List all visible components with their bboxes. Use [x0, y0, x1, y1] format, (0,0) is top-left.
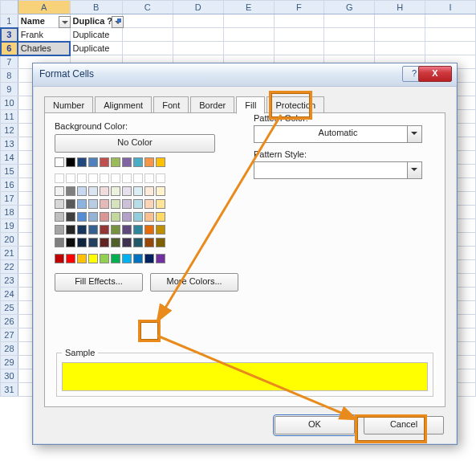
- no-color-button[interactable]: No Color: [55, 134, 215, 153]
- cell-a6-selected[interactable]: Charles: [18, 42, 70, 55]
- color-swatch[interactable]: [55, 157, 64, 167]
- color-swatch[interactable]: [100, 157, 109, 167]
- color-swatch[interactable]: [122, 199, 132, 209]
- cell-b6[interactable]: Duplicate: [70, 42, 122, 55]
- col-header-e[interactable]: E: [223, 1, 274, 14]
- row-header[interactable]: 21: [1, 247, 18, 260]
- color-swatch[interactable]: [122, 157, 132, 167]
- color-swatch[interactable]: [133, 238, 143, 247]
- color-swatch[interactable]: [88, 157, 98, 167]
- color-swatch[interactable]: [111, 157, 120, 167]
- color-swatch[interactable]: [55, 225, 64, 235]
- more-colors-button[interactable]: More Colors...: [150, 273, 238, 292]
- tab-protection[interactable]: Protection: [266, 96, 324, 113]
- row-header[interactable]: 25: [1, 301, 18, 315]
- color-swatch[interactable]: [55, 186, 64, 196]
- color-swatch[interactable]: [133, 199, 143, 209]
- color-swatch[interactable]: [88, 254, 98, 263]
- row-header[interactable]: 30: [1, 369, 18, 383]
- row-header[interactable]: 16: [1, 178, 18, 192]
- cancel-button[interactable]: Cancel: [364, 416, 444, 434]
- color-swatch[interactable]: [77, 225, 87, 235]
- row-header[interactable]: 28: [1, 342, 18, 356]
- row-header[interactable]: 23: [1, 274, 18, 288]
- color-swatch[interactable]: [133, 212, 143, 222]
- pattern-style-combo[interactable]: [254, 161, 422, 179]
- color-swatch[interactable]: [66, 254, 75, 263]
- color-swatch[interactable]: [55, 173, 64, 183]
- col-header-a[interactable]: A: [18, 1, 70, 14]
- color-swatch[interactable]: [66, 186, 75, 196]
- tab-border[interactable]: Border: [190, 96, 234, 113]
- color-swatch[interactable]: [156, 157, 165, 167]
- color-swatch[interactable]: [111, 225, 120, 235]
- color-swatch[interactable]: [77, 186, 87, 196]
- color-swatch[interactable]: [77, 254, 87, 263]
- row-header[interactable]: 19: [1, 219, 18, 233]
- cell-a3[interactable]: Frank: [18, 28, 70, 42]
- color-swatch[interactable]: [156, 254, 165, 263]
- color-swatch[interactable]: [77, 173, 87, 183]
- color-swatch[interactable]: [111, 212, 120, 222]
- color-swatch[interactable]: [156, 173, 165, 183]
- col-header-c[interactable]: C: [122, 1, 173, 14]
- color-swatch[interactable]: [55, 199, 64, 209]
- color-swatch[interactable]: [66, 225, 75, 235]
- row-header[interactable]: 14: [1, 151, 18, 165]
- color-swatch[interactable]: [144, 238, 154, 247]
- tab-font[interactable]: Font: [153, 96, 189, 113]
- color-swatch[interactable]: [156, 199, 165, 209]
- color-swatch[interactable]: [122, 186, 132, 196]
- row-header[interactable]: 13: [1, 137, 18, 151]
- color-swatch[interactable]: [66, 173, 75, 183]
- row-header[interactable]: 10: [1, 96, 18, 110]
- color-swatch[interactable]: [100, 186, 109, 196]
- fill-effects-button[interactable]: Fill Effects...: [55, 273, 143, 292]
- filter-dropdown-b[interactable]: [112, 16, 124, 28]
- row-header[interactable]: 11: [1, 110, 18, 124]
- ok-button[interactable]: OK: [275, 416, 355, 434]
- row-header[interactable]: 3: [1, 28, 18, 42]
- color-swatch[interactable]: [111, 199, 120, 209]
- color-swatch[interactable]: [122, 173, 132, 183]
- row-header[interactable]: 26: [1, 315, 18, 328]
- filter-dropdown-a[interactable]: [59, 16, 71, 28]
- tab-fill[interactable]: Fill: [236, 96, 265, 114]
- dialog-titlebar[interactable]: Format Cells ? X: [33, 63, 457, 87]
- color-swatch[interactable]: [55, 254, 64, 263]
- color-swatch[interactable]: [100, 225, 109, 235]
- row-header[interactable]: 9: [1, 83, 18, 96]
- select-all-corner[interactable]: [1, 1, 18, 14]
- color-swatch[interactable]: [88, 173, 98, 183]
- col-header-g[interactable]: G: [324, 1, 375, 14]
- color-swatch[interactable]: [66, 157, 75, 167]
- col-header-b[interactable]: B: [70, 1, 122, 14]
- color-swatch[interactable]: [122, 225, 132, 235]
- color-swatch[interactable]: [55, 238, 64, 247]
- row-header[interactable]: 29: [1, 356, 18, 369]
- color-swatch[interactable]: [144, 254, 154, 263]
- col-header-i[interactable]: I: [425, 1, 476, 14]
- color-swatch[interactable]: [88, 199, 98, 209]
- color-swatch[interactable]: [156, 186, 165, 196]
- color-swatch[interactable]: [88, 186, 98, 196]
- color-swatch[interactable]: [111, 254, 120, 263]
- color-swatch[interactable]: [144, 186, 154, 196]
- color-swatch[interactable]: [144, 225, 154, 235]
- color-swatch[interactable]: [144, 212, 154, 222]
- color-swatch[interactable]: [133, 173, 143, 183]
- row-header[interactable]: 27: [1, 328, 18, 342]
- cell-b3[interactable]: Duplicate: [70, 28, 122, 42]
- color-swatch[interactable]: [144, 157, 154, 167]
- color-swatch[interactable]: [111, 238, 120, 247]
- color-swatch[interactable]: [133, 157, 143, 167]
- col-header-d[interactable]: D: [173, 1, 223, 14]
- color-swatch[interactable]: [77, 212, 87, 222]
- color-swatch[interactable]: [122, 254, 132, 263]
- color-swatch[interactable]: [111, 186, 120, 196]
- color-swatch[interactable]: [133, 186, 143, 196]
- color-swatch[interactable]: [66, 199, 75, 209]
- col-header-f[interactable]: F: [274, 1, 324, 14]
- color-swatch[interactable]: [156, 238, 165, 247]
- row-header[interactable]: 31: [1, 383, 18, 397]
